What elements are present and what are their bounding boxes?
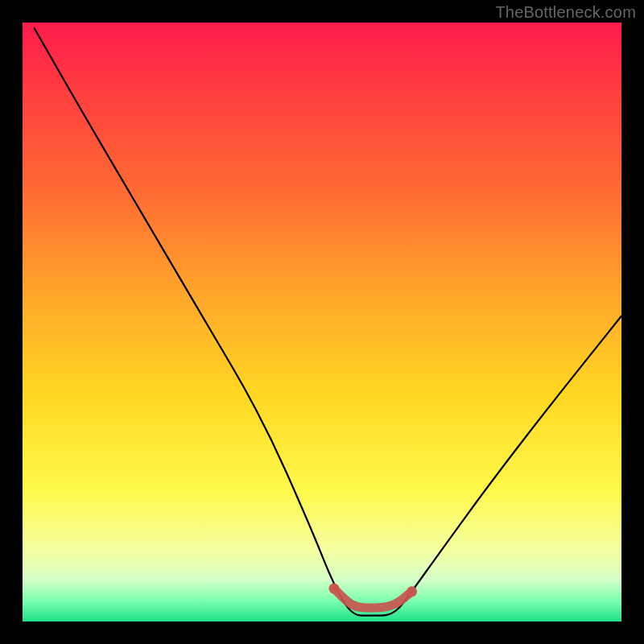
chart-plot-area	[23, 23, 621, 621]
optimal-band-dot-right	[407, 586, 417, 597]
optimal-band-line	[334, 588, 412, 608]
watermark-text: TheBottleneck.com	[495, 3, 636, 22]
chart-lines	[23, 23, 621, 621]
bottleneck-curve-line	[35, 28, 621, 615]
optimal-band-dot-left	[328, 584, 339, 594]
